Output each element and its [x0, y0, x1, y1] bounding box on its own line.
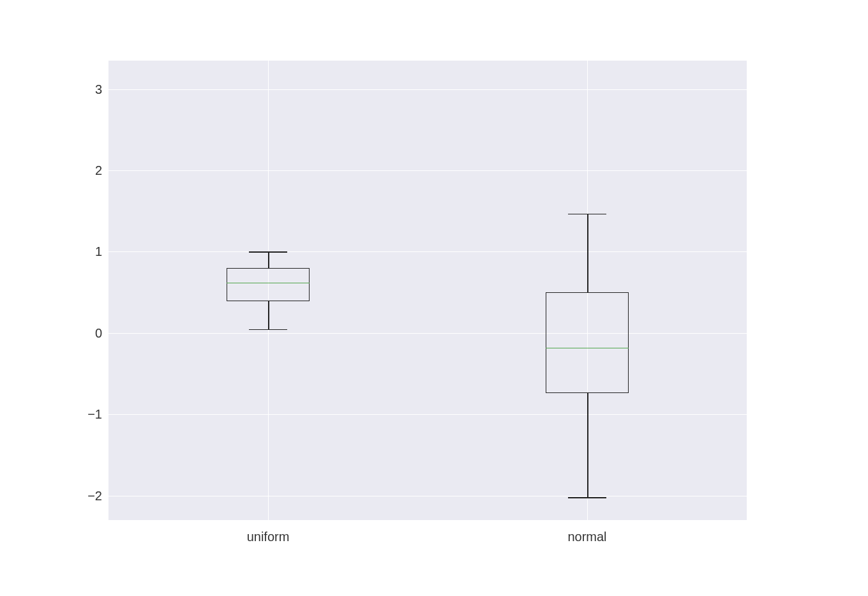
- gridline-h: [108, 414, 747, 415]
- x-tick-label: uniform: [247, 530, 290, 544]
- whisker-lower-uniform: [268, 301, 269, 329]
- median-normal: [546, 348, 629, 349]
- gridline-h: [108, 251, 747, 252]
- y-tick-label: 3: [64, 82, 102, 96]
- y-tick-label: 2: [64, 163, 102, 178]
- cap-upper-uniform: [249, 251, 287, 253]
- cap-lower-normal: [568, 497, 606, 498]
- box-uniform: [227, 268, 310, 301]
- cap-upper-normal: [568, 214, 606, 215]
- gridline-h: [108, 496, 747, 496]
- boxplot-chart: −2−10123uniformnormal: [108, 61, 747, 520]
- y-tick-label: −1: [64, 407, 102, 422]
- y-tick-label: 1: [64, 244, 102, 259]
- whisker-upper-normal: [587, 214, 588, 293]
- gridline-h: [108, 89, 747, 90]
- y-tick-label: 0: [64, 325, 102, 340]
- gridline-h: [108, 333, 747, 334]
- plot-area: [108, 61, 747, 520]
- cap-lower-uniform: [249, 329, 287, 331]
- whisker-upper-uniform: [268, 251, 269, 267]
- gridline-h: [108, 170, 747, 171]
- median-uniform: [227, 283, 310, 284]
- whisker-lower-normal: [587, 393, 588, 497]
- y-tick-label: −2: [64, 488, 102, 503]
- box-normal: [546, 292, 629, 393]
- x-tick-label: normal: [567, 530, 606, 544]
